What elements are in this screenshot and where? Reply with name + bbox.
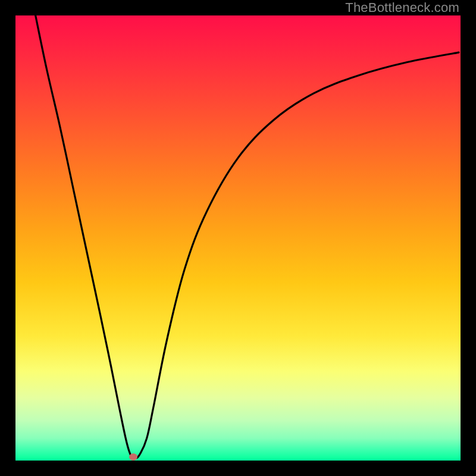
watermark-label: TheBottleneck.com	[345, 0, 459, 15]
bottleneck-curve	[15, 15, 461, 461]
chart-stage: TheBottleneck.com	[0, 0, 476, 476]
plot-area	[15, 15, 461, 461]
